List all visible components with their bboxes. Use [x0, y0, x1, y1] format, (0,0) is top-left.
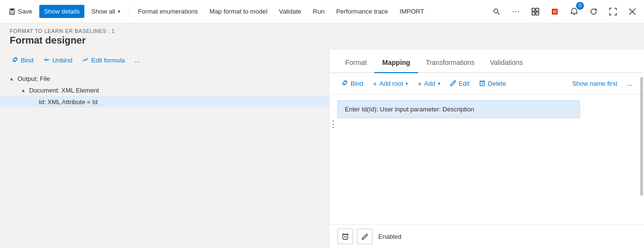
delete-button[interactable]: Delete: [475, 78, 510, 90]
svg-rect-7: [532, 12, 535, 15]
tab-validations-label: Validations: [490, 59, 523, 66]
add-plus-icon: +: [418, 80, 421, 88]
map-format-button[interactable]: Map format to model: [205, 5, 272, 18]
notification-badge: 0: [576, 2, 584, 10]
svg-line-4: [498, 12, 499, 14]
office-icon[interactable]: O: [547, 4, 563, 19]
performance-trace-button[interactable]: Performance trace: [331, 5, 393, 18]
panel-resize-handle[interactable]: ⋮: [329, 119, 338, 129]
bottom-bar: Enabled: [330, 224, 644, 248]
tree-toggle-output: ▲: [8, 75, 16, 82]
validate-button[interactable]: Validate: [274, 5, 306, 18]
bind-right-icon: [341, 79, 348, 88]
add-button[interactable]: + Add ▾: [414, 78, 444, 90]
bind-right-button[interactable]: Bind: [338, 77, 367, 90]
edit-formula-icon: [82, 56, 89, 64]
fullscreen-icon[interactable]: [605, 4, 621, 19]
svg-rect-6: [536, 8, 539, 11]
svg-text:O: O: [553, 9, 556, 14]
grid-icon[interactable]: [528, 4, 543, 19]
tree-item-id-xml-label: Id: XML Attribute = Id: [39, 98, 97, 106]
tree-item-output-file[interactable]: ▲ Output: File: [0, 73, 329, 84]
tree-item-id-xml[interactable]: ▲ Id: XML Attribute = Id: [0, 96, 329, 108]
svg-rect-8: [536, 12, 539, 15]
tab-format[interactable]: Format: [338, 53, 374, 73]
show-all-chevron-icon: ▾: [118, 9, 120, 14]
bind-left-label: Bind: [21, 57, 33, 64]
save-icon: [9, 8, 16, 15]
enabled-status-label: Enabled: [378, 233, 402, 240]
bottom-delete-button[interactable]: [338, 229, 353, 244]
add-root-label: Add root: [379, 80, 403, 87]
tab-validations[interactable]: Validations: [483, 53, 531, 73]
map-format-label: Map format to model: [209, 8, 267, 15]
bind-right-label: Bind: [351, 80, 363, 87]
tab-mapping-label: Mapping: [382, 59, 410, 66]
breadcrumb-link[interactable]: 1: [112, 28, 115, 34]
svg-rect-15: [480, 81, 484, 86]
right-more-label: ...: [627, 80, 632, 87]
separator-1: [129, 6, 129, 17]
tab-format-label: Format: [345, 59, 367, 66]
left-panel: Bind Unbind Edit formula ...: [0, 50, 330, 248]
format-enumerations-label: Format enumerations: [138, 8, 198, 15]
right-more-button[interactable]: ...: [623, 78, 636, 90]
add-root-chevron-icon: ▾: [405, 81, 408, 86]
bind-left-button[interactable]: Bind: [8, 54, 37, 67]
tree-area: ▲ Output: File ▲ Document: XML Element ▲…: [0, 71, 329, 248]
main-toolbar: Save Show details Show all ▾ Format enum…: [0, 0, 644, 23]
edit-formula-label: Edit formula: [91, 57, 125, 64]
right-panel-toolbar: Bind + Add root ▾ + Add ▾ Edit: [330, 73, 644, 94]
left-panel-toolbar: Bind Unbind Edit formula ...: [0, 50, 329, 71]
toolbar-right-group: ··· O 0: [489, 4, 640, 19]
mapping-description-text: Enter Id(Id): User input parameter: Desc…: [345, 106, 474, 113]
save-label: Save: [18, 8, 32, 15]
edit-formula-button[interactable]: Edit formula: [78, 54, 129, 67]
run-button[interactable]: Run: [308, 5, 329, 18]
svg-rect-5: [532, 8, 535, 11]
show-details-label: Show details: [44, 8, 80, 15]
tab-mapping[interactable]: Mapping: [374, 53, 418, 73]
search-icon[interactable]: [489, 4, 504, 19]
edit-pencil-icon: [450, 80, 456, 88]
left-more-button[interactable]: ...: [131, 54, 144, 66]
right-panel: Format Mapping Transformations Validatio…: [330, 50, 644, 248]
tree-item-document-xml-label: Document: XML Element: [29, 87, 99, 94]
mapping-description-box: Enter Id(Id): User input parameter: Desc…: [338, 100, 580, 118]
tab-transformations-label: Transformations: [426, 59, 475, 66]
tree-toggle-document: ▲: [19, 86, 27, 94]
more-options-icon[interactable]: ···: [508, 4, 524, 19]
show-details-button[interactable]: Show details: [39, 5, 85, 18]
show-all-button[interactable]: Show all ▾: [86, 5, 125, 18]
edit-label: Edit: [459, 80, 469, 87]
bind-link-icon: [12, 56, 18, 64]
svg-rect-1: [11, 9, 14, 11]
main-layout: Bind Unbind Edit formula ...: [0, 50, 644, 248]
import-button[interactable]: IMPORT: [395, 5, 429, 18]
unbind-button[interactable]: Unbind: [39, 54, 76, 67]
scrollbar[interactable]: [640, 77, 643, 196]
left-more-label: ...: [135, 57, 140, 64]
show-name-first-label: Show name first: [572, 80, 617, 87]
unbind-icon: [43, 56, 50, 64]
breadcrumb: FORMAT TO LEARN ER BASELINES : 1: [10, 28, 634, 34]
svg-rect-2: [11, 12, 14, 14]
bottom-edit-button[interactable]: [357, 229, 372, 244]
tree-item-output-file-label: Output: File: [17, 75, 50, 82]
edit-button[interactable]: Edit: [446, 78, 473, 90]
tab-transformations[interactable]: Transformations: [418, 53, 483, 73]
save-button[interactable]: Save: [4, 5, 37, 18]
refresh-icon[interactable]: [586, 4, 601, 19]
add-root-button[interactable]: + Add root ▾: [369, 78, 412, 90]
tree-item-document-xml[interactable]: ▲ Document: XML Element: [0, 84, 329, 96]
add-root-plus-icon: +: [373, 80, 377, 88]
delete-trash-icon: [479, 80, 485, 88]
close-icon[interactable]: [625, 4, 640, 19]
mapping-content: Enter Id(Id): User input parameter: Desc…: [330, 94, 644, 224]
page-header: FORMAT TO LEARN ER BASELINES : 1 Format …: [0, 23, 644, 50]
svg-rect-14: [45, 57, 46, 62]
show-name-first-button[interactable]: Show name first: [568, 78, 621, 90]
right-tabs: Format Mapping Transformations Validatio…: [330, 50, 644, 73]
content-area: FORMAT TO LEARN ER BASELINES : 1 Format …: [0, 23, 644, 248]
format-enumerations-button[interactable]: Format enumerations: [133, 5, 203, 18]
